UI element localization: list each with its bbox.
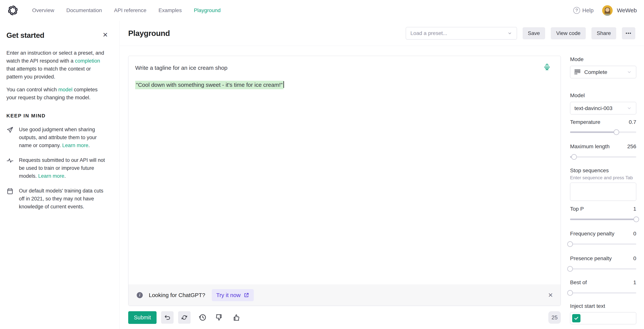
intro-p2-text: You can control which (6, 86, 58, 92)
model-value: text-davinci-003 (574, 105, 612, 111)
inject-start-input[interactable] (570, 312, 636, 324)
undo-button[interactable] (161, 311, 174, 324)
prompt-editor[interactable]: Write a tagline for an ice cream shop "C… (128, 56, 561, 306)
top-p-value: 1 (633, 206, 636, 212)
topnav-right: ? Help WeWeb (573, 5, 637, 16)
thumbs-up-button[interactable] (232, 313, 240, 322)
frequency-penalty-label: Frequency penalty (570, 230, 614, 237)
try-it-now-label: Try it now (216, 292, 241, 298)
regenerate-button[interactable] (178, 311, 190, 324)
help-label: Help (582, 7, 594, 14)
microphone-icon[interactable] (543, 63, 551, 72)
submit-button[interactable]: Submit (128, 311, 156, 324)
intro-p1-text-after: that attempts to match the context or pa… (6, 66, 91, 80)
prompt-text[interactable]: Write a tagline for an ice cream shop (135, 64, 554, 72)
editor-toolbar: Submit 25 (128, 311, 561, 324)
temperature-label: Temperature (570, 119, 600, 125)
info-icon: i (137, 292, 143, 298)
nav-item-examples[interactable]: Examples (158, 7, 182, 14)
chatgpt-banner: i Looking for ChatGPT? Try it now ✕ (128, 284, 560, 306)
share-button[interactable]: Share (592, 27, 616, 39)
mode-select[interactable]: Complete (570, 66, 636, 78)
presence-penalty-slider[interactable] (570, 266, 636, 272)
learn-more-link-1[interactable]: Learn more (62, 142, 88, 148)
keep-in-mind-item: Requests submitted to our API will not b… (6, 156, 108, 180)
external-link-icon (244, 292, 249, 298)
playground-header: Playground Load a preset... Save View co… (120, 21, 644, 46)
intro-paragraph-1: Enter an instruction or select a preset,… (6, 49, 108, 81)
token-count-badge: 25 (548, 311, 561, 324)
max-length-value: 256 (627, 143, 636, 150)
frequency-penalty-slider[interactable] (570, 241, 636, 247)
top-navigation: Overview Documentation API reference Exa… (0, 0, 644, 21)
model-label: Model (570, 92, 585, 98)
nav-item-api-reference[interactable]: API reference (114, 7, 146, 14)
nav-item-documentation[interactable]: Documentation (66, 7, 102, 14)
slider-handle[interactable] (614, 129, 619, 135)
regenerate-icon (181, 314, 188, 321)
chevron-down-icon (626, 106, 632, 111)
km-after-1: . (88, 142, 90, 148)
temperature-slider[interactable] (570, 129, 636, 135)
presence-penalty-value: 0 (633, 255, 636, 262)
learn-more-link-2[interactable]: Learn more (38, 173, 64, 179)
km-after-2: . (64, 173, 66, 179)
close-icon[interactable]: ✕ (103, 31, 108, 38)
slider-handle[interactable] (567, 241, 573, 247)
help-button[interactable]: ? Help (573, 7, 594, 14)
model-select[interactable]: text-davinci-003 (570, 102, 636, 114)
get-started-title: Get started (6, 31, 44, 40)
get-started-panel: Get started ✕ Enter an instruction or se… (0, 21, 120, 329)
nav-item-overview[interactable]: Overview (32, 7, 54, 14)
thumbs-up-icon (232, 314, 240, 321)
best-of-slider[interactable] (570, 290, 636, 296)
mode-label: Mode (570, 56, 584, 62)
thumbs-down-button[interactable] (215, 313, 224, 322)
chevron-down-icon (507, 31, 512, 36)
keep-in-mind-heading: KEEP IN MIND (6, 113, 108, 119)
top-p-slider[interactable] (570, 216, 636, 222)
temperature-value: 0.7 (629, 119, 636, 125)
max-length-slider[interactable] (570, 154, 636, 160)
load-preset-select[interactable]: Load a preset... (406, 27, 517, 40)
thumbs-down-icon (216, 314, 223, 321)
model-link[interactable]: model (58, 86, 72, 92)
nav-item-playground[interactable]: Playground (194, 7, 221, 14)
intro-paragraph-2: You can control which model completes yo… (6, 86, 108, 102)
completion-text[interactable]: "Cool down with something sweet - it's t… (135, 80, 554, 89)
slider-handle[interactable] (567, 290, 573, 296)
banner-close-icon[interactable]: ✕ (548, 292, 553, 299)
complete-mode-icon (574, 69, 580, 75)
keep-in-mind-text: Our default models' training data cuts o… (19, 187, 108, 211)
slider-handle[interactable] (571, 154, 577, 160)
view-code-button[interactable]: View code (551, 27, 586, 39)
keep-in-mind-item: Our default models' training data cuts o… (6, 187, 108, 211)
slider-handle[interactable] (567, 266, 573, 272)
mode-value: Complete (584, 69, 607, 75)
checkbox-checked-icon[interactable] (572, 314, 580, 322)
slider-handle[interactable] (634, 216, 639, 222)
username[interactable]: WeWeb (617, 7, 637, 14)
banner-question: Looking for ChatGPT? (149, 292, 205, 298)
top-p-label: Top P (570, 206, 584, 212)
completion-highlight: "Cool down with something sweet - it's t… (135, 81, 284, 89)
max-length-label: Maximum length (570, 143, 610, 150)
keep-in-mind-text: Use good judgment when sharing outputs, … (19, 126, 108, 149)
inject-start-label: Inject start text (570, 303, 605, 309)
best-of-value: 1 (633, 279, 636, 286)
try-it-now-link[interactable]: Try it now (212, 289, 254, 301)
stop-sequences-label: Stop sequences (570, 167, 609, 174)
nav-links: Overview Documentation API reference Exa… (32, 7, 221, 14)
presence-penalty-label: Presence penalty (570, 255, 612, 262)
stop-sequences-input[interactable] (570, 183, 636, 201)
history-icon (199, 314, 207, 322)
more-options-button[interactable]: ••• (622, 27, 635, 39)
frequency-penalty-value: 0 (633, 230, 636, 237)
activity-icon (6, 156, 14, 180)
avatar[interactable] (602, 5, 612, 16)
history-button[interactable] (198, 313, 207, 322)
keep-in-mind-item: Use good judgment when sharing outputs, … (6, 126, 108, 149)
save-button[interactable]: Save (522, 27, 545, 39)
best-of-label: Best of (570, 279, 587, 286)
completion-link[interactable]: completion (75, 58, 100, 64)
